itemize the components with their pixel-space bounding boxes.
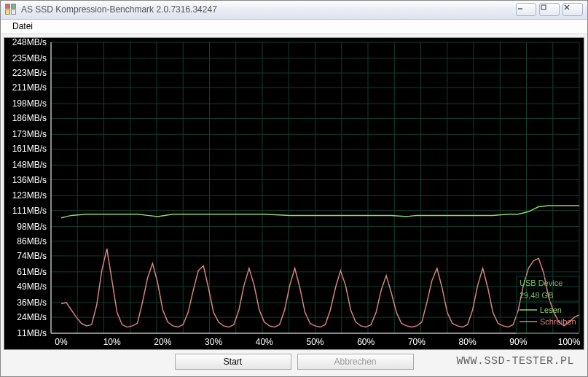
svg-text:136MB/s: 136MB/s <box>12 175 47 185</box>
app-icon <box>5 4 17 15</box>
svg-text:20%: 20% <box>154 337 171 347</box>
svg-text:74MB/s: 74MB/s <box>17 251 47 261</box>
svg-text:60%: 60% <box>357 337 375 347</box>
svg-text:Schreiben: Schreiben <box>540 317 576 326</box>
svg-text:90%: 90% <box>509 337 527 347</box>
window-title: AS SSD Kompression-Benchmark 2.0.7316.34… <box>21 4 516 15</box>
watermark: www.ssd-tester.pl <box>456 355 574 368</box>
svg-text:86MB/s: 86MB/s <box>17 236 47 246</box>
svg-text:123MB/s: 123MB/s <box>12 190 47 201</box>
svg-text:248MB/s: 248MB/s <box>12 38 47 47</box>
svg-text:235MB/s: 235MB/s <box>12 53 47 63</box>
maximize-button[interactable] <box>539 3 560 16</box>
titlebar: AS SSD Kompression-Benchmark 2.0.7316.34… <box>1 1 587 20</box>
svg-text:111MB/s: 111MB/s <box>12 206 47 216</box>
svg-text:29,48 GB: 29,48 GB <box>520 291 553 300</box>
minimize-button[interactable] <box>516 3 536 16</box>
window-buttons <box>516 3 583 16</box>
svg-text:211MB/s: 211MB/s <box>12 82 47 93</box>
svg-text:50%: 50% <box>306 337 324 347</box>
menu-file[interactable]: Datei <box>7 20 39 33</box>
svg-text:100%: 100% <box>558 337 581 347</box>
svg-text:161MB/s: 161MB/s <box>12 144 47 154</box>
svg-text:186MB/s: 186MB/s <box>12 113 47 123</box>
svg-text:61MB/s: 61MB/s <box>17 267 47 277</box>
svg-text:49MB/s: 49MB/s <box>17 281 47 292</box>
svg-text:24MB/s: 24MB/s <box>17 312 47 322</box>
start-button[interactable]: Start <box>175 354 291 370</box>
chart: 11MB/s24MB/s36MB/s49MB/s61MB/s74MB/s86MB… <box>4 37 584 350</box>
menubar: Datei <box>1 20 587 34</box>
svg-text:198MB/s: 198MB/s <box>12 98 47 109</box>
svg-text:10%: 10% <box>103 337 121 347</box>
svg-rect-1 <box>541 5 546 9</box>
svg-text:30%: 30% <box>205 337 222 347</box>
cancel-button[interactable]: Abbrechen <box>297 354 414 370</box>
svg-text:USB Device: USB Device <box>520 279 562 287</box>
svg-text:11MB/s: 11MB/s <box>17 328 47 338</box>
svg-text:223MB/s: 223MB/s <box>12 68 47 78</box>
svg-text:0%: 0% <box>55 337 68 347</box>
svg-text:40%: 40% <box>256 337 273 347</box>
svg-text:98MB/s: 98MB/s <box>17 222 47 232</box>
content-area: 11MB/s24MB/s36MB/s49MB/s61MB/s74MB/s86MB… <box>1 34 587 376</box>
svg-text:Lesen: Lesen <box>540 306 562 314</box>
svg-text:36MB/s: 36MB/s <box>17 298 47 308</box>
app-window: AS SSD Kompression-Benchmark 2.0.7316.34… <box>0 0 588 377</box>
svg-text:80%: 80% <box>459 337 477 347</box>
svg-text:70%: 70% <box>408 337 426 347</box>
svg-text:148MB/s: 148MB/s <box>12 160 47 170</box>
svg-text:173MB/s: 173MB/s <box>12 129 47 139</box>
close-button[interactable] <box>562 3 583 16</box>
bottom-bar: Start Abbrechen www.ssd-tester.pl <box>4 350 584 373</box>
